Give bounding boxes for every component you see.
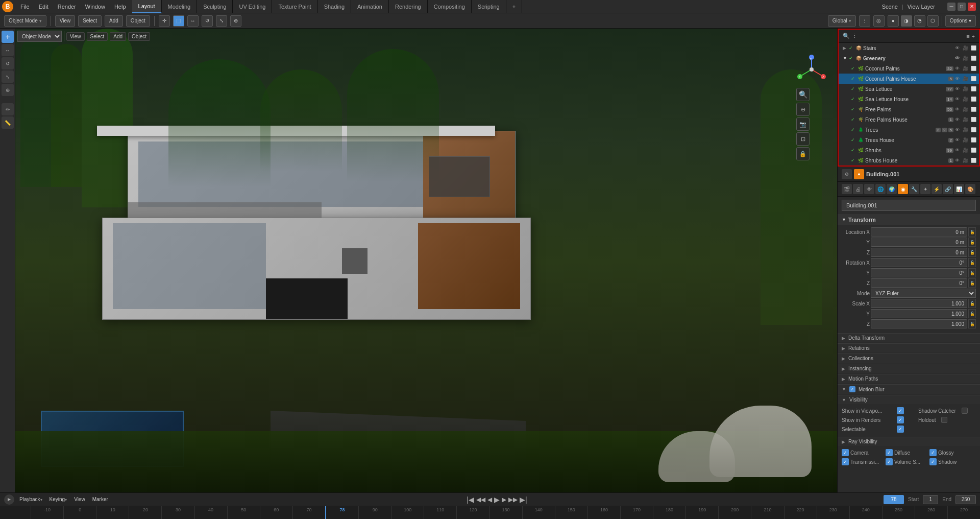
eye-free-palms[interactable]: 👁 (953, 107, 961, 112)
transform-header[interactable]: ▼ Transform (838, 215, 980, 225)
outliner-options-icon[interactable]: ≡ (966, 33, 969, 39)
view-label[interactable]: View (72, 496, 87, 503)
render-shrubs-house[interactable]: ⬜ (970, 158, 977, 163)
prop-icon-object[interactable]: ◉ (898, 184, 908, 194)
tool-measure[interactable]: 📏 (2, 116, 14, 129)
prop-icon-data[interactable]: 📊 (954, 184, 964, 194)
playback-label[interactable]: Playback▾ (17, 496, 44, 503)
outliner-add-icon[interactable]: + (972, 33, 975, 39)
render-icon-stairs[interactable]: ⬜ (970, 45, 977, 51)
zoom-in-btn[interactable]: 🔍 (796, 88, 810, 101)
scale-z-lock[interactable]: 🔓 (968, 319, 976, 328)
motion-blur-header[interactable]: ▼ ✓ Motion Blur (838, 384, 980, 394)
check-coconut-palms-house[interactable]: ✓ (851, 76, 858, 81)
eye-shrubs[interactable]: 👁 (953, 148, 961, 153)
ray-shadow-check[interactable]: ✓ (929, 458, 937, 465)
prop-icon-world[interactable]: 🌍 (887, 184, 897, 194)
cam-trees[interactable]: 🎥 (962, 127, 969, 132)
tool-annotate[interactable]: ✏ (2, 103, 14, 115)
tab-add[interactable]: + (506, 0, 522, 13)
prop-tab-object[interactable]: ● (854, 169, 864, 179)
selectable-check[interactable]: ✓ (897, 426, 904, 433)
outliner-item-grey-rocks[interactable]: ✓ 🪨 Grey Rocks 15 👁 🎥 ⬜ (839, 166, 979, 167)
view-menu[interactable]: View (55, 15, 76, 27)
outliner-filter-icon[interactable]: ⋮ (852, 33, 857, 39)
vp-menu-view[interactable]: View (66, 32, 85, 41)
tab-layout[interactable]: Layout (132, 0, 162, 13)
eye-free-palms-house[interactable]: 👁 (953, 117, 961, 122)
start-frame-input[interactable] (923, 495, 938, 504)
jump-end-btn[interactable]: ▶| (520, 496, 527, 504)
tab-compositing[interactable]: Compositing (428, 0, 472, 13)
jump-prev-keyframe-btn[interactable]: ◀◀ (476, 496, 485, 503)
eye-sea-lettuce-house[interactable]: 👁 (953, 97, 961, 102)
playback-icon[interactable]: ▶ (4, 494, 14, 505)
vp-menu-object[interactable]: Object (128, 32, 150, 41)
marker-label[interactable]: Marker (90, 496, 110, 503)
close-btn[interactable]: ✕ (968, 3, 976, 11)
render-icon-greenery[interactable]: ⬜ (970, 56, 977, 61)
eye-sea-lettuce[interactable]: 👁 (953, 86, 961, 91)
eye-shrubs-house[interactable]: 👁 (953, 158, 961, 163)
tab-uv-editing[interactable]: UV Editing (233, 0, 272, 13)
minimize-btn[interactable]: ─ (947, 3, 955, 11)
frame-all-btn[interactable]: ⊡ (796, 132, 810, 146)
prop-icon-view[interactable]: 👁 (864, 184, 874, 194)
check-shrubs[interactable]: ✓ (851, 148, 858, 153)
view-layer-selector[interactable]: View Layer (908, 4, 935, 10)
prop-icon-material[interactable]: 🎨 (965, 184, 975, 194)
tab-shading[interactable]: Shading (318, 0, 351, 13)
tool-transform[interactable]: ⊕ (2, 84, 14, 96)
eye-trees[interactable]: 👁 (953, 127, 961, 132)
outliner-item-coconut-palms[interactable]: ✓ 🌿 Coconut Palms 32 👁 🎥 ⬜ (839, 63, 979, 74)
loc-x-lock[interactable]: 🔓 (968, 227, 976, 237)
outliner-item-sea-lettuce[interactable]: ✓ 🌿 Sea Lettuce 77 👁 🎥 ⬜ (839, 84, 979, 94)
scale-z-value[interactable]: 1.000 (871, 319, 967, 328)
ray-camera-check[interactable]: ✓ (842, 449, 849, 456)
end-frame-input[interactable] (955, 495, 976, 504)
jump-next-keyframe-btn[interactable]: ▶▶ (508, 496, 518, 503)
prop-icon-render[interactable]: 🎬 (842, 184, 852, 194)
scene-selector[interactable]: Scene (882, 4, 898, 10)
instancing-header[interactable]: ▶ Instancing (838, 364, 980, 373)
render-free-palms[interactable]: ⬜ (970, 107, 977, 112)
next-frame-btn[interactable]: ▶ (502, 496, 506, 503)
menu-help[interactable]: Help (110, 3, 130, 11)
tab-scripting[interactable]: Scripting (472, 0, 506, 13)
tool-cursor[interactable]: ✛ (2, 31, 14, 43)
rot-z-lock[interactable]: 🔓 (968, 278, 976, 288)
cam-shrubs-house[interactable]: 🎥 (962, 158, 969, 163)
visibility-header[interactable]: ▼ Visibility (838, 395, 980, 404)
motion-blur-checkbox[interactable]: ✓ (849, 386, 855, 392)
prop-icon-constraints[interactable]: 🔗 (943, 184, 953, 194)
zoom-out-btn[interactable]: ⊖ (796, 103, 810, 116)
viewport-shading-rendered[interactable]: ◑ (901, 15, 912, 27)
rot-y-value[interactable]: 0° (871, 268, 967, 277)
options-button[interactable]: Options ▾ (945, 15, 976, 27)
keying-label[interactable]: Keying▾ (47, 496, 69, 503)
viewport-3d[interactable]: Object Mode View Select Add Object Z (15, 29, 837, 492)
rot-y-lock[interactable]: 🔓 (968, 268, 976, 277)
cam-coconut-palms[interactable]: 🎥 (962, 66, 969, 71)
render-coconut-palms-house[interactable]: ⬜ (970, 76, 977, 81)
loc-z-lock[interactable]: 🔓 (968, 248, 976, 257)
prop-icon-output[interactable]: 🖨 (853, 184, 863, 194)
check-stairs[interactable]: ✓ (849, 45, 856, 51)
transform-tool-select[interactable]: ⬚ (173, 15, 184, 27)
tab-animation[interactable]: Animation (351, 0, 389, 13)
outliner-item-sea-lettuce-house[interactable]: ✓ 🌿 Sea Lettuce House 14 👁 🎥 ⬜ (839, 94, 979, 104)
render-shrubs[interactable]: ⬜ (970, 148, 977, 153)
maximize-btn[interactable]: □ (958, 3, 966, 11)
motion-paths-header[interactable]: ▶ Motion Paths (838, 374, 980, 383)
proportional-edit[interactable]: ◎ (873, 15, 885, 27)
check-shrubs-house[interactable]: ✓ (851, 158, 858, 163)
loc-x-value[interactable]: 0 m (871, 227, 967, 237)
current-frame-input[interactable] (884, 495, 904, 504)
tool-move[interactable]: ↔ (2, 44, 14, 56)
cam-trees-house[interactable]: 🎥 (962, 137, 969, 143)
tool-scale[interactable]: ⤡ (2, 70, 14, 83)
loc-y-lock[interactable]: 🔓 (968, 238, 976, 247)
arrow-greenery[interactable]: ▼ (843, 56, 849, 61)
play-btn[interactable]: ▶ (494, 496, 500, 504)
transform-tool-cursor[interactable]: ✛ (159, 15, 170, 27)
